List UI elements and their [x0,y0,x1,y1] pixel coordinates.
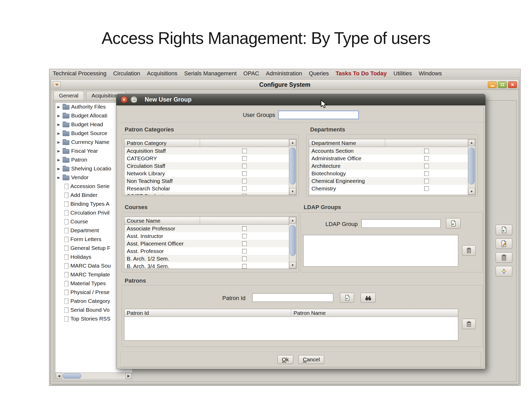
table-row[interactable]: B. Arch. 1/2 Sem. [124,255,289,262]
menu-item[interactable]: Utilities [390,70,415,77]
scroll-down-arrow[interactable]: ▼ [468,188,475,195]
patron-id-input[interactable] [252,293,333,302]
table-row[interactable]: CATEGORY [124,155,289,162]
table-row[interactable]: Accounts Section [309,147,468,155]
table-row[interactable]: Research Scholar [124,185,289,192]
dialog-minimize-button[interactable] [130,96,137,103]
row-checkbox[interactable] [424,149,429,153]
scroll-up-arrow[interactable]: ▲ [289,139,296,146]
scroll-thumb[interactable] [63,373,81,378]
expand-arrow-icon[interactable]: ▶ [57,123,61,127]
expand-arrow-icon[interactable]: ▶ [57,167,61,171]
row-checkbox[interactable] [242,264,247,269]
row-checkbox[interactable] [242,186,247,191]
row-checkbox[interactable] [242,249,247,254]
table-row[interactable]: Asst. Instructor [124,232,289,240]
expand-arrow-icon[interactable]: ▶ [57,176,61,179]
menu-item[interactable]: Serials Management [181,70,240,77]
row-checkbox[interactable] [242,194,247,195]
table-row[interactable]: Non Teaching Staff [124,177,289,185]
scroll-right-arrow[interactable]: ▶ [125,373,132,379]
table-row[interactable]: Asst. Placement Officer [124,240,289,247]
delete-record-button[interactable] [496,252,512,263]
row-checkbox[interactable] [242,149,247,153]
scroll-thumb[interactable] [290,225,296,256]
window-titlebar[interactable]: Configure System × [51,79,519,90]
row-checkbox[interactable] [424,156,429,161]
column-header[interactable]: Course Name [124,217,200,224]
patron-add-button[interactable] [340,293,354,303]
minimize-button[interactable] [488,81,497,88]
column-header-checkbox[interactable] [200,217,289,224]
dialog-titlebar[interactable]: × New User Group [116,94,486,105]
table-row[interactable]: Circulation Staff [124,162,289,170]
vertical-scrollbar[interactable]: ▲ ▼ [468,139,475,195]
ldap-group-input[interactable] [361,219,441,228]
scroll-thumb[interactable] [469,148,475,184]
expand-arrow-icon[interactable]: ▶ [57,158,61,162]
scroll-down-arrow[interactable]: ▼ [289,262,296,269]
column-header[interactable]: Patron Id [124,309,291,317]
ldap-group-list[interactable] [303,235,458,267]
row-checkbox[interactable] [242,234,247,238]
row-checkbox[interactable] [242,179,247,183]
scroll-up-arrow[interactable]: ▲ [289,217,296,224]
expand-arrow-icon[interactable]: ▶ [57,131,61,135]
expand-arrow-icon[interactable]: ▶ [57,105,61,109]
vertical-scrollbar[interactable]: ▲ ▼ [289,139,296,195]
row-checkbox[interactable] [242,171,247,176]
config-tab[interactable]: General [54,91,84,101]
close-button[interactable]: × [508,81,517,88]
column-header[interactable]: Patron Name [291,309,458,317]
row-checkbox[interactable] [242,226,247,231]
menu-item[interactable]: Administration [263,70,305,77]
menu-item[interactable]: Queries [305,70,332,77]
cancel-button[interactable]: Cancel [298,355,324,364]
menu-item[interactable]: Circulation [110,70,144,77]
table-row[interactable]: Biotechnology [309,170,468,177]
scroll-thumb[interactable] [290,148,296,184]
row-checkbox[interactable] [424,164,429,168]
ldap-delete-button[interactable] [462,245,476,256]
ok-button[interactable]: Ok [277,355,293,364]
edit-record-button[interactable] [496,238,512,249]
table-row[interactable]: Network Library [124,170,289,177]
new-record-button[interactable] [496,225,512,235]
table-row[interactable]: Associate Professor [124,225,289,232]
table-row[interactable]: Chemical Engineering [309,177,468,185]
expand-arrow-icon[interactable]: ▶ [57,149,61,153]
row-checkbox[interactable] [424,171,429,176]
table-row[interactable]: Administrative Office [309,155,468,162]
table-row[interactable]: SC/ST Student [124,192,289,195]
assign-rights-button[interactable] [496,266,512,276]
expand-arrow-icon[interactable]: ▶ [57,114,61,118]
row-checkbox[interactable] [242,256,247,261]
menu-item[interactable]: Windows [415,70,445,77]
tree-horizontal-scrollbar[interactable]: ◀ ▶ [56,373,132,379]
row-checkbox[interactable] [242,164,247,168]
menu-item[interactable]: Technical Processing [49,70,110,77]
patron-delete-button[interactable] [462,319,476,329]
scroll-left-arrow[interactable]: ◀ [56,373,62,379]
column-header-checkbox[interactable] [385,139,468,147]
row-checkbox[interactable] [242,156,247,161]
row-checkbox[interactable] [424,179,429,183]
table-row[interactable]: Asst. Professor [124,247,289,255]
maximize-button[interactable] [498,81,507,88]
vertical-scrollbar[interactable]: ▲ ▼ [289,217,296,269]
dialog-close-button[interactable]: × [121,96,128,103]
table-row[interactable]: Acquisition Staff [124,147,289,155]
expand-arrow-icon[interactable]: ▶ [57,140,61,144]
column-header[interactable]: Department Name [309,139,385,147]
table-row[interactable]: B. Arch. 3/4 Sem. [124,262,289,269]
table-row[interactable]: Architecture [309,162,468,170]
scroll-up-arrow[interactable]: ▲ [468,139,475,146]
patron-search-button[interactable] [361,293,376,303]
table-row[interactable]: Chemistry [309,185,468,192]
menu-item[interactable]: Tasks To Do Today [332,70,390,77]
menu-item[interactable]: OPAC [240,70,263,77]
column-header-checkbox[interactable] [200,139,289,147]
user-groups-input[interactable] [278,111,359,119]
scroll-down-arrow[interactable]: ▼ [289,188,296,195]
row-checkbox[interactable] [424,186,429,191]
